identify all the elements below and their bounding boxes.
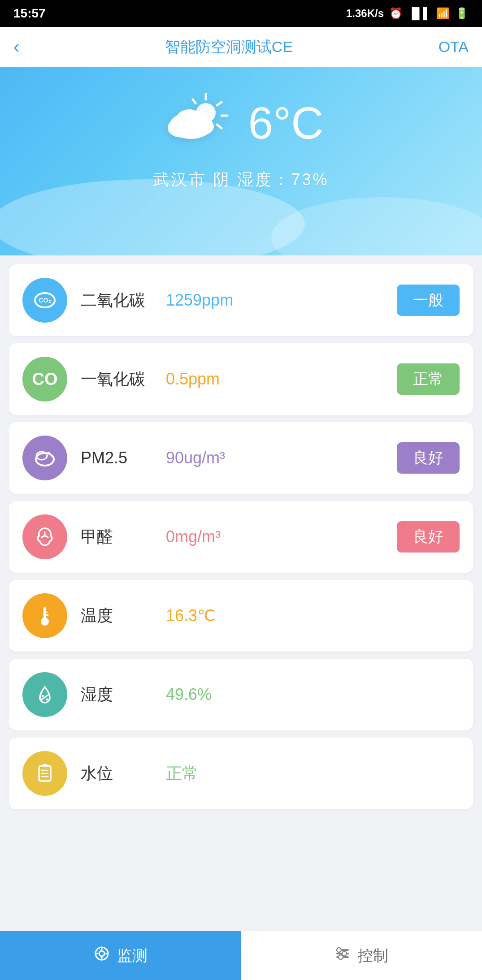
weather-main: 6°C <box>159 90 324 155</box>
humi-label: 湿度 <box>81 684 152 706</box>
co-icon: CO <box>22 357 67 401</box>
status-bar: 15:57 1.36K/s ⏰ ▐▌▌ 📶 🔋 <box>0 0 482 27</box>
nav-bar: ‹ 智能防空洞测试CE OTA <box>0 27 482 67</box>
co2-value: 1259ppm <box>166 291 383 310</box>
svg-point-38 <box>337 948 341 952</box>
hcho-icon <box>22 514 67 559</box>
humi-value: 49.6% <box>166 685 460 704</box>
svg-point-40 <box>339 955 343 959</box>
tab-control[interactable]: 控制 <box>241 931 482 980</box>
temp-value: 16.3℃ <box>166 606 460 625</box>
weather-icon <box>159 90 230 155</box>
hcho-value: 0mg/m³ <box>166 527 383 546</box>
signal-icon: ▐▌▌ <box>408 7 431 20</box>
tab-monitor-label: 监测 <box>117 945 148 966</box>
svg-rect-20 <box>44 612 48 613</box>
co2-icon: CO₂ <box>22 278 67 323</box>
svg-point-15 <box>51 455 52 457</box>
sensor-card-water: 水位 正常 <box>9 738 473 809</box>
pm25-badge: 良好 <box>397 442 460 474</box>
co2-badge: 一般 <box>397 285 460 316</box>
hcho-badge: 良好 <box>397 521 460 553</box>
back-button[interactable]: ‹ <box>13 37 19 57</box>
co-icon-text: CO <box>32 370 58 389</box>
sensor-card-temp: 温度 16.3℃ <box>9 580 473 652</box>
co2-label: 二氧化碳 <box>81 289 152 311</box>
svg-point-22 <box>42 695 44 697</box>
nav-title: 智能防空洞测试CE <box>165 37 293 57</box>
weather-temperature: 6°C <box>248 100 324 145</box>
water-icon <box>22 751 67 796</box>
water-label: 水位 <box>81 763 152 785</box>
temp-label: 温度 <box>81 605 152 627</box>
alarm-icon: ⏰ <box>389 7 403 20</box>
status-time: 15:57 <box>13 6 46 21</box>
sensor-card-hcho: 甲醛 0mg/m³ 良好 <box>9 501 473 573</box>
monitor-icon <box>94 945 110 966</box>
status-icons: 1.36K/s ⏰ ▐▌▌ 📶 🔋 <box>346 7 469 20</box>
network-speed: 1.36K/s <box>346 7 384 20</box>
weather-details: 武汉市 阴 湿度：73% <box>153 169 329 191</box>
hcho-label: 甲醛 <box>81 526 152 548</box>
battery-icon: 🔋 <box>455 7 469 20</box>
co-label: 一氧化碳 <box>81 368 152 390</box>
svg-point-23 <box>46 699 48 701</box>
tab-monitor[interactable]: 监测 <box>0 931 241 980</box>
ota-button[interactable]: OTA <box>439 38 469 56</box>
svg-point-14 <box>48 452 50 454</box>
sensor-card-pm25: PM2.5 90ug/m³ 良好 <box>9 422 473 494</box>
svg-point-18 <box>41 617 49 626</box>
sensor-card-humi: 湿度 49.6% <box>9 659 473 730</box>
wifi-icon: 📶 <box>436 7 450 20</box>
water-value: 正常 <box>166 763 460 785</box>
svg-rect-19 <box>44 614 48 616</box>
tab-control-label: 控制 <box>358 945 388 966</box>
pm25-value: 90ug/m³ <box>166 449 383 467</box>
sensor-card-co: CO 一氧化碳 0.5ppm 正常 <box>9 343 473 415</box>
svg-point-39 <box>342 951 347 956</box>
svg-line-1 <box>217 102 221 105</box>
control-icon <box>334 945 351 966</box>
pm25-label: PM2.5 <box>81 449 152 467</box>
co-value: 0.5ppm <box>166 370 383 389</box>
svg-line-3 <box>217 125 221 128</box>
sensor-card-co2: CO₂ 二氧化碳 1259ppm 一般 <box>9 264 473 336</box>
svg-point-9 <box>176 109 203 131</box>
pm25-icon <box>22 436 67 480</box>
sensors-area: CO₂ 二氧化碳 1259ppm 一般 CO 一氧化碳 0.5ppm 正常 PM… <box>0 255 482 980</box>
humi-icon <box>22 672 67 717</box>
svg-point-30 <box>99 951 104 956</box>
tab-bar: 监测 控制 <box>0 931 482 980</box>
svg-line-4 <box>193 99 195 103</box>
co-badge: 正常 <box>397 363 460 395</box>
svg-text:CO₂: CO₂ <box>39 297 51 304</box>
temp-icon <box>22 593 67 638</box>
svg-rect-28 <box>43 764 47 767</box>
weather-banner: 6°C 武汉市 阴 湿度：73% <box>0 67 482 255</box>
